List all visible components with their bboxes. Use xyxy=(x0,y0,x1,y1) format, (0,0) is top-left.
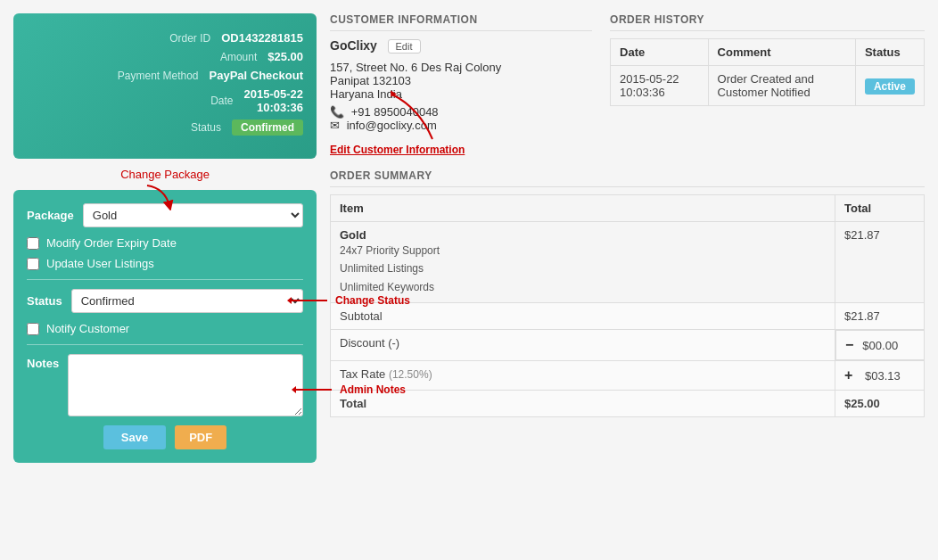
tax-value: $03.13 xyxy=(865,369,901,383)
customer-name: GoClixy xyxy=(330,38,377,53)
summary-item-details: Gold 24x7 Priority Support Unlimited Lis… xyxy=(331,222,835,303)
history-col-comment: Comment xyxy=(708,39,855,66)
order-summary-section: ORDER SUMMARY Item Total Gold 24x7 Prior… xyxy=(330,169,925,417)
notify-customer-label: Notify Customer xyxy=(46,322,129,335)
discount-symbol: − xyxy=(845,337,853,353)
order-info-card: Order ID OD1432281815 Amount $25.00 Paym… xyxy=(13,13,317,159)
change-status-annotation: Change Status xyxy=(287,292,410,309)
svg-marker-1 xyxy=(292,386,296,393)
discount-row: Discount (-) − $00.00 xyxy=(331,330,925,361)
notes-label: Notes xyxy=(27,354,59,370)
email-icon: ✉ xyxy=(330,119,340,132)
item-features: 24x7 Priority Support Unlimited Listings… xyxy=(340,242,826,296)
customer-information-section: CUSTOMER INFORMATION GoClixy Edit 157, S… xyxy=(330,13,592,156)
status-form-label: Status xyxy=(27,294,62,308)
admin-notes-annotation: Admin Notes xyxy=(292,381,406,399)
package-select[interactable]: Gold Silver Bronze xyxy=(83,203,303,227)
order-history-title: ORDER HISTORY xyxy=(610,13,925,31)
order-id-label: Order ID xyxy=(169,32,210,45)
order-history-section: ORDER HISTORY Date Comment Status 2015-0… xyxy=(610,13,925,156)
edit-customer-link[interactable]: Edit Customer Information xyxy=(330,144,465,156)
payment-method-value: PayPal Checkout xyxy=(210,69,304,82)
update-listings-label: Update User Listings xyxy=(46,257,154,270)
summary-item-row: Gold 24x7 Priority Support Unlimited Lis… xyxy=(331,222,925,303)
amount-label: Amount xyxy=(220,51,257,63)
svg-marker-2 xyxy=(388,90,397,98)
history-comment: Order Created and Customer Notified xyxy=(708,66,855,106)
summary-col-item: Item xyxy=(331,195,835,222)
history-status: Active xyxy=(855,66,924,106)
payment-method-label: Payment Method xyxy=(118,70,199,82)
change-status-text: Change Status xyxy=(335,294,410,307)
date-label: Date xyxy=(210,95,233,107)
pdf-button[interactable]: PDF xyxy=(175,425,226,449)
history-col-status: Status xyxy=(855,39,924,66)
discount-cell: − $00.00 xyxy=(835,330,925,360)
phone-icon: 📞 xyxy=(330,105,344,119)
tax-row: Tax Rate (12.50%) + $03.13 xyxy=(331,361,925,391)
item-name: Gold xyxy=(340,228,826,242)
item-total: $21.87 xyxy=(835,222,925,303)
status-select[interactable]: Confirmed Pending Cancelled xyxy=(71,289,303,313)
save-button[interactable]: Save xyxy=(103,425,166,449)
status-label: Status xyxy=(191,121,221,134)
order-id-value: OD1432281815 xyxy=(221,31,303,45)
subtotal-row: Subtotal $21.87 xyxy=(331,303,925,330)
change-package-card: Package Gold Silver Bronze Modify Order … xyxy=(13,190,317,463)
history-col-date: Date xyxy=(611,39,709,66)
tax-cell: + $03.13 xyxy=(835,361,925,391)
history-row: 2015-05-22 10:03:36 Order Created and Cu… xyxy=(611,66,925,106)
modify-expiry-label: Modify Order Expiry Date xyxy=(46,236,177,250)
history-status-badge: Active xyxy=(865,78,915,95)
address-line2: Panipat 132103 xyxy=(330,74,592,87)
date-value: 2015-05-22 10:03:36 xyxy=(244,87,304,114)
tax-label: Tax Rate (12.50%) xyxy=(331,361,835,391)
edit-arrow xyxy=(383,90,437,144)
change-package-arrow xyxy=(138,184,183,210)
order-summary-table: Item Total Gold 24x7 Priority Support Un… xyxy=(330,194,925,417)
discount-value: $00.00 xyxy=(862,339,898,352)
order-history-table: Date Comment Status 2015-05-22 10:03:36 … xyxy=(610,38,925,106)
order-status-badge: Confirmed xyxy=(232,119,303,136)
summary-col-total: Total xyxy=(835,195,925,222)
admin-notes-text: Admin Notes xyxy=(340,383,406,396)
subtotal-value: $21.87 xyxy=(835,303,925,330)
address-line3: Haryana India xyxy=(330,87,592,101)
history-date: 2015-05-22 10:03:36 xyxy=(611,66,709,106)
update-listings-checkbox[interactable] xyxy=(27,258,39,270)
change-package-label: Change Package xyxy=(120,168,210,181)
address-line1: 157, Street No. 6 Des Raj Colony xyxy=(330,61,592,74)
notes-textarea[interactable] xyxy=(68,354,303,416)
total-value: $25.00 xyxy=(835,391,925,417)
tax-symbol: + xyxy=(844,367,852,383)
tax-rate: (12.50%) xyxy=(389,368,432,381)
package-label: Package xyxy=(27,209,74,222)
discount-label: Discount (-) xyxy=(331,330,835,361)
svg-marker-0 xyxy=(287,297,292,304)
edit-customer-button[interactable]: Edit xyxy=(388,39,421,54)
customer-section-title: CUSTOMER INFORMATION xyxy=(330,13,592,31)
modify-expiry-checkbox[interactable] xyxy=(27,237,39,250)
notify-customer-checkbox[interactable] xyxy=(27,323,39,335)
total-row: Total $25.00 xyxy=(331,391,925,417)
amount-value: $25.00 xyxy=(267,50,303,63)
order-summary-title: ORDER SUMMARY xyxy=(330,169,925,187)
total-label: Total xyxy=(331,391,835,417)
